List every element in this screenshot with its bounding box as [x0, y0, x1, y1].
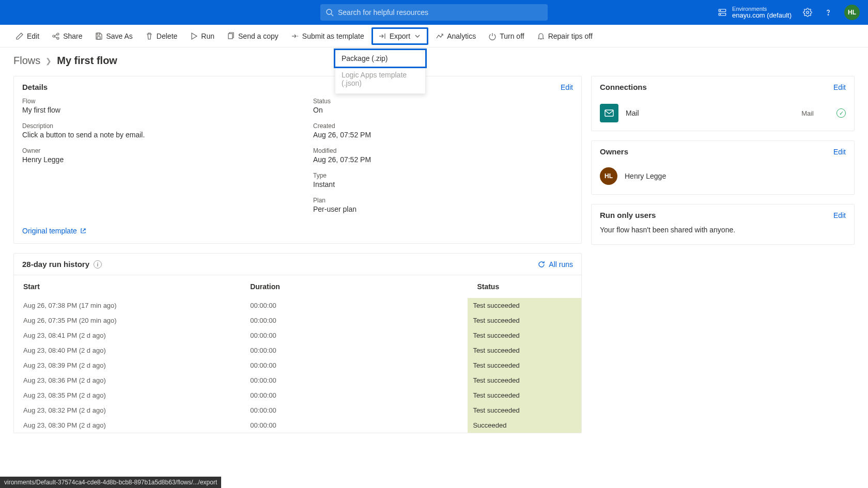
run-status: Test succeeded	[468, 328, 581, 343]
owner-label: Owner	[22, 147, 282, 154]
owners-title: Owners	[600, 147, 628, 156]
svg-point-6	[807, 11, 809, 14]
run-start: Aug 23, 08:40 PM (2 d ago)	[14, 343, 241, 358]
connection-row[interactable]: Mail Mail ✓	[592, 98, 854, 131]
table-row[interactable]: Aug 23, 08:40 PM (2 d ago)00:00:00Test s…	[14, 343, 581, 358]
user-avatar[interactable]: HL	[844, 5, 860, 20]
owners-card: Owners Edit HL Henry Legge	[591, 140, 855, 195]
col-start: Start	[14, 275, 241, 298]
run-status: Test succeeded	[468, 313, 581, 328]
run-history-title: 28-day run history	[22, 260, 89, 269]
copy-icon	[227, 32, 235, 40]
description-label: Description	[22, 122, 282, 130]
delete-button[interactable]: Delete	[140, 29, 182, 43]
run-duration: 00:00:00	[241, 328, 468, 343]
chevron-down-icon	[413, 32, 422, 40]
table-row[interactable]: Aug 23, 08:36 PM (2 d ago)00:00:00Test s…	[14, 373, 581, 388]
original-template-link[interactable]: Original template	[22, 227, 86, 235]
type-value: Instant	[313, 180, 573, 188]
table-row[interactable]: Aug 23, 08:30 PM (2 d ago)00:00:00Succee…	[14, 418, 581, 433]
turn-off-button[interactable]: Turn off	[483, 29, 529, 43]
run-status: Test succeeded	[468, 373, 581, 388]
template-icon	[291, 32, 299, 40]
status-value: On	[313, 106, 573, 114]
send-copy-label: Send a copy	[238, 32, 278, 40]
send-copy-button[interactable]: Send a copy	[222, 29, 284, 43]
owner-avatar: HL	[600, 167, 617, 185]
svg-rect-13	[97, 33, 100, 35]
run-status: Succeeded	[468, 418, 581, 433]
run-history-card: 28-day run history i All runs Start Dura…	[13, 253, 582, 433]
search-box[interactable]	[320, 4, 548, 21]
original-template-label: Original template	[22, 227, 77, 235]
run-start: Aug 26, 07:35 PM (20 min ago)	[14, 313, 241, 328]
table-row[interactable]: Aug 26, 07:35 PM (20 min ago)00:00:00Tes…	[14, 313, 581, 328]
breadcrumb-current: My first flow	[57, 55, 117, 67]
search-input[interactable]	[338, 8, 542, 17]
table-row[interactable]: Aug 23, 08:35 PM (2 d ago)00:00:00Test s…	[14, 388, 581, 403]
edit-label: Edit	[27, 32, 39, 40]
analytics-button[interactable]: Analytics	[430, 29, 481, 43]
help-button[interactable]	[824, 8, 833, 17]
breadcrumb-root[interactable]: Flows	[13, 55, 40, 67]
run-duration: 00:00:00	[241, 373, 468, 388]
run-start: Aug 23, 08:30 PM (2 d ago)	[14, 418, 241, 433]
delete-label: Delete	[157, 32, 177, 40]
svg-rect-14	[97, 37, 100, 39]
col-status: Status	[468, 275, 581, 298]
run-duration: 00:00:00	[241, 388, 468, 403]
run-duration: 00:00:00	[241, 298, 468, 313]
pencil-icon	[16, 32, 24, 40]
run-button[interactable]: Run	[184, 29, 220, 43]
export-label: Export	[390, 32, 410, 40]
svg-line-22	[83, 229, 85, 231]
owner-value: Henry Legge	[22, 155, 282, 164]
check-icon: ✓	[836, 108, 846, 118]
settings-button[interactable]	[803, 8, 812, 17]
run-start: Aug 26, 07:38 PM (17 min ago)	[14, 298, 241, 313]
table-row[interactable]: Aug 23, 08:39 PM (2 d ago)00:00:00Test s…	[14, 358, 581, 373]
repair-tips-button[interactable]: Repair tips off	[532, 29, 598, 43]
info-icon[interactable]: i	[94, 260, 102, 269]
plan-value: Per-user plan	[313, 205, 573, 213]
save-as-button[interactable]: Save As	[89, 29, 137, 43]
details-card: Details Edit Flow My first flow Descript…	[13, 76, 582, 244]
share-icon	[52, 32, 60, 40]
run-status: Test succeeded	[468, 388, 581, 403]
submit-template-button[interactable]: Submit as template	[286, 29, 369, 43]
question-icon	[824, 8, 833, 17]
all-runs-link[interactable]: All runs	[537, 260, 573, 269]
run-start: Aug 23, 08:36 PM (2 d ago)	[14, 373, 241, 388]
connections-card: Connections Edit Mail Mail ✓	[591, 76, 855, 131]
analytics-label: Analytics	[447, 32, 476, 40]
connections-edit-link[interactable]: Edit	[833, 83, 846, 91]
table-row[interactable]: Aug 23, 08:32 PM (2 d ago)00:00:00Test s…	[14, 403, 581, 418]
submit-template-label: Submit as template	[302, 32, 364, 40]
open-external-icon	[80, 228, 86, 234]
modified-value: Aug 26, 07:52 PM	[313, 155, 573, 164]
export-button[interactable]: Export	[371, 27, 428, 45]
svg-point-8	[53, 35, 55, 37]
refresh-icon	[537, 260, 546, 269]
trash-icon	[145, 32, 153, 40]
table-row[interactable]: Aug 26, 07:38 PM (17 min ago)00:00:00Tes…	[14, 298, 581, 313]
run-status: Test succeeded	[468, 298, 581, 313]
save-icon	[95, 32, 103, 40]
svg-line-11	[55, 35, 57, 36]
run-only-users-edit-link[interactable]: Edit	[833, 211, 846, 219]
svg-line-12	[55, 37, 57, 38]
run-start: Aug 23, 08:39 PM (2 d ago)	[14, 358, 241, 373]
run-only-users-title: Run only users	[600, 211, 656, 219]
export-package-zip[interactable]: Package (.zip)	[334, 49, 427, 68]
bell-icon	[537, 32, 545, 40]
owners-edit-link[interactable]: Edit	[833, 148, 846, 156]
environment-label: Environments	[732, 6, 792, 12]
table-row[interactable]: Aug 23, 08:41 PM (2 d ago)00:00:00Test s…	[14, 328, 581, 343]
owner-name: Henry Legge	[625, 172, 666, 180]
run-duration: 00:00:00	[241, 358, 468, 373]
edit-button[interactable]: Edit	[10, 29, 44, 43]
share-button[interactable]: Share	[47, 29, 87, 43]
environment-picker[interactable]: Environments enayu.com (default)	[718, 6, 792, 19]
details-edit-link[interactable]: Edit	[561, 83, 573, 91]
export-logic-apps-json[interactable]: Logic Apps template (.json)	[335, 67, 425, 91]
